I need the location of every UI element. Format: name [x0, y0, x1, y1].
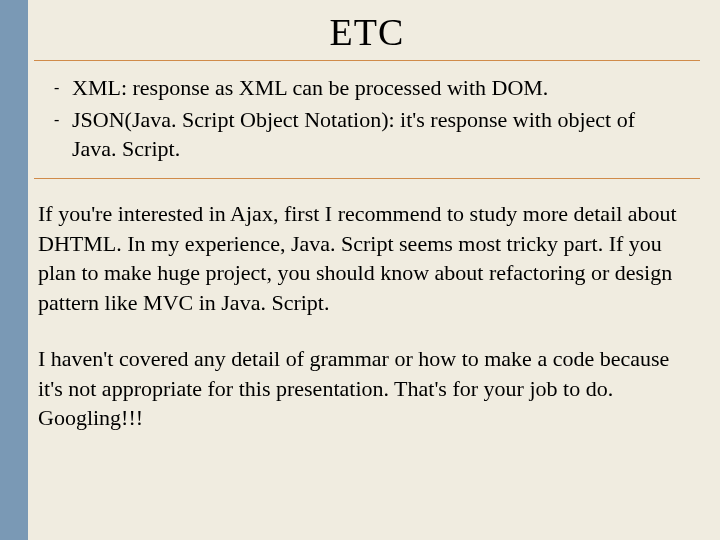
bullet-list: - XML: response as XML can be processed …	[34, 61, 700, 178]
bullet-dash-icon: -	[54, 105, 72, 164]
left-accent-bar	[0, 0, 28, 540]
paragraphs: If you're interested in Ajax, first I re…	[34, 179, 700, 433]
list-item: - JSON(Java. Script Object Notation): it…	[54, 105, 680, 164]
bullet-text: JSON(Java. Script Object Notation): it's…	[72, 105, 680, 164]
slide-content: ETC - XML: response as XML can be proces…	[34, 0, 720, 433]
paragraph: If you're interested in Ajax, first I re…	[38, 199, 680, 318]
bullet-dash-icon: -	[54, 73, 72, 103]
list-item: - XML: response as XML can be processed …	[54, 73, 680, 103]
paragraph: I haven't covered any detail of grammar …	[38, 344, 680, 433]
slide-title: ETC	[34, 0, 700, 60]
bullet-text: XML: response as XML can be processed wi…	[72, 73, 680, 103]
